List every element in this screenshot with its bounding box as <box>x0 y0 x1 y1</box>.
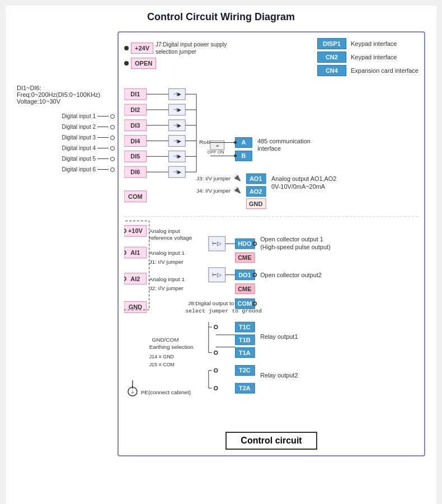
svg-text:⊣▶: ⊣▶ <box>173 169 181 175</box>
svg-point-48 <box>234 155 237 157</box>
svg-text:+10V: +10V <box>128 227 143 234</box>
di-label-3: Digital input 3 <box>17 134 115 141</box>
svg-text:⊣▶: ⊣▶ <box>173 91 181 97</box>
v24-terminal: +24V <box>131 43 153 54</box>
svg-text:interface: interface <box>257 145 281 152</box>
page-container: Control Circuit Wiring Diagram DI1~DI6: … <box>6 6 436 504</box>
circuit-diagram: DI1 DI2 DI3 DI4 DI5 DI6 <box>124 82 419 429</box>
di-label-5: Digital input 5 <box>17 156 115 162</box>
cn4-terminal: CN4 <box>317 65 346 76</box>
svg-text:DI3: DI3 <box>130 122 140 129</box>
svg-text:⊣▶: ⊣▶ <box>173 107 181 113</box>
svg-text:AO1: AO1 <box>250 175 262 182</box>
left-info-line3: Voltage:10~30V <box>17 98 115 105</box>
svg-point-125 <box>214 368 218 372</box>
left-info-line1: DI1~DI6: <box>17 85 115 91</box>
di-label-4: Digital input 4 <box>17 145 115 151</box>
svg-text:🔌: 🔌 <box>233 173 241 181</box>
cn4-label: Expansion card interface <box>351 67 419 74</box>
svg-text:Relay output1: Relay output1 <box>260 333 298 340</box>
svg-text:T1B: T1B <box>239 337 251 343</box>
svg-text:T2A: T2A <box>239 385 251 391</box>
di-label-1: Digital input 1 <box>17 113 115 119</box>
bottom-label: Control circuit <box>225 432 317 450</box>
svg-text:GND/COM: GND/COM <box>152 337 179 343</box>
disp1-terminal: DISP1 <box>317 38 346 49</box>
svg-text:Earthing selection: Earthing selection <box>149 344 194 350</box>
svg-text:⊣▶: ⊣▶ <box>173 123 181 128</box>
svg-text:⊣▶: ⊣▶ <box>173 153 181 159</box>
svg-text:B: B <box>241 152 246 159</box>
svg-text:reference voltage: reference voltage <box>149 235 192 241</box>
svg-text:COM: COM <box>128 193 142 200</box>
svg-text:AI2: AI2 <box>130 276 140 282</box>
svg-text:DI4: DI4 <box>130 138 140 144</box>
svg-text:GND: GND <box>249 200 262 207</box>
svg-text:J15 ≡ COM: J15 ≡ COM <box>149 362 175 367</box>
svg-text:485 communication: 485 communication <box>257 138 311 144</box>
svg-text:DI6: DI6 <box>130 169 140 175</box>
svg-text:T2C: T2C <box>239 367 251 374</box>
svg-text:⊣▶: ⊣▶ <box>173 138 181 144</box>
svg-text:⊢▷: ⊢▷ <box>212 240 222 246</box>
svg-text:AO2: AO2 <box>250 188 262 195</box>
svg-text:J2: I/V jumper: J2: I/V jumper <box>149 285 184 291</box>
disp1-label: Keypad interface <box>351 40 397 47</box>
open-terminal: OPEN <box>131 58 156 69</box>
svg-text:J1: I/V jumper: J1: I/V jumper <box>149 259 184 265</box>
svg-text:PE(connect cabinet): PE(connect cabinet) <box>141 389 191 395</box>
svg-text:select jumper to ground: select jumper to ground <box>185 308 262 314</box>
svg-text:CME: CME <box>238 286 251 292</box>
di-label-6: Digital input 6 <box>17 166 115 172</box>
svg-text:Analog input 1: Analog input 1 <box>149 276 185 282</box>
svg-text:DO1: DO1 <box>238 272 251 278</box>
svg-text:⏚: ⏚ <box>131 389 134 395</box>
svg-text:Open collector output 1: Open collector output 1 <box>260 236 323 242</box>
cn2-label: Keypad interface <box>351 54 397 60</box>
cn2-terminal: CN2 <box>317 52 346 63</box>
svg-text:J4: I/V jumper: J4: I/V jumper <box>196 188 231 194</box>
svg-point-47 <box>234 141 237 144</box>
svg-text:Analog output AO1,AO2: Analog output AO1,AO2 <box>271 175 336 182</box>
svg-text:DI1: DI1 <box>130 91 140 97</box>
svg-text:J8:Digital output to: J8:Digital output to <box>188 300 234 306</box>
svg-text:Analog input 1: Analog input 1 <box>149 250 185 256</box>
svg-text:DI5: DI5 <box>130 153 140 160</box>
svg-text:Relay output2: Relay output2 <box>260 372 298 379</box>
svg-point-116 <box>214 351 218 354</box>
left-info-line2: Freq:0~200Hz(DI5:0~100KHz) <box>17 91 115 98</box>
svg-text:A: A <box>241 139 246 146</box>
svg-text:COM: COM <box>238 300 252 307</box>
svg-text:0V-10V/0mA~20mA: 0V-10V/0mA~20mA <box>271 183 326 190</box>
svg-text:J3: I/V jumper: J3: I/V jumper <box>196 175 231 181</box>
svg-text:HDO: HDO <box>238 240 252 247</box>
svg-text:DI2: DI2 <box>130 106 140 113</box>
svg-text:OFF ON: OFF ON <box>208 150 224 155</box>
page-title: Control Circuit Wiring Diagram <box>17 11 425 23</box>
svg-point-128 <box>214 386 218 390</box>
svg-text:Analog input: Analog input <box>149 228 180 234</box>
svg-text:(High-speed pulse output): (High-speed pulse output) <box>260 244 330 250</box>
svg-text:T1A: T1A <box>239 349 251 356</box>
svg-text:≡: ≡ <box>216 143 219 148</box>
svg-text:CME: CME <box>238 254 251 261</box>
svg-text:T1C: T1C <box>239 324 251 330</box>
svg-text:⊢▷: ⊢▷ <box>212 272 222 278</box>
j7-label: J7:Digital input power supply selection … <box>156 41 239 55</box>
svg-text:Open collector output2: Open collector output2 <box>260 272 322 278</box>
di-label-2: Digital input 2 <box>17 124 115 130</box>
svg-point-113 <box>214 325 218 329</box>
svg-text:GND: GND <box>129 304 142 310</box>
svg-text:J14 ≡ GND: J14 ≡ GND <box>149 354 175 360</box>
svg-text:AI1: AI1 <box>130 249 140 256</box>
svg-text:🔌: 🔌 <box>233 185 241 194</box>
